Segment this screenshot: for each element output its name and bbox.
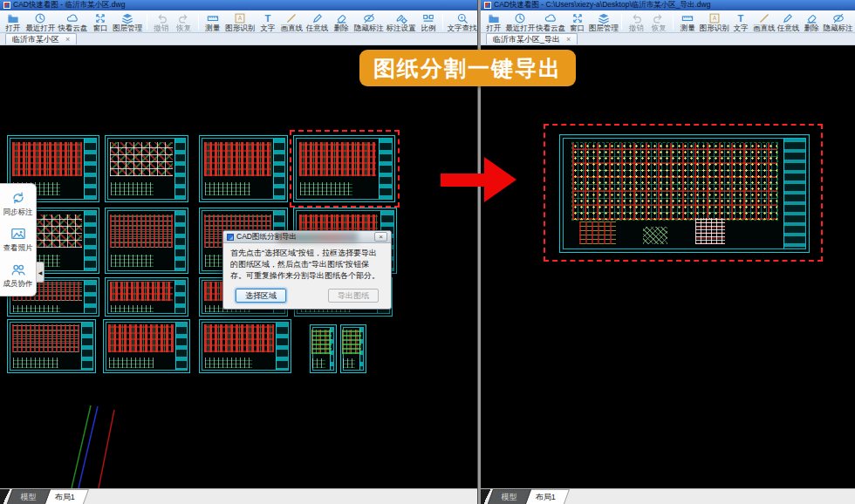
eraser-icon	[805, 12, 817, 24]
toolbar-button-text[interactable]: T文字	[729, 11, 752, 32]
chevron-left-icon: ◀	[38, 269, 43, 276]
toolbar-button-label: 窗口	[92, 24, 107, 32]
toolbar-button-ruler[interactable]: 测量	[202, 11, 224, 32]
toolbar-button-ocr[interactable]: A图形识别	[699, 11, 729, 32]
toolbar-button-layers[interactable]: 图层管理	[112, 11, 144, 32]
toolbar-button-cloud[interactable]: 快看云盘	[536, 11, 566, 32]
collab-side-panel: 同步标注查看照片成员协作	[0, 183, 37, 296]
svg-text:A: A	[238, 15, 243, 21]
ruler-icon	[207, 12, 219, 24]
window-icon	[94, 12, 106, 24]
panel-collapse-handle[interactable]: ◀	[37, 262, 44, 283]
toolbar-button-annot-settings[interactable]: 标注设置	[385, 11, 417, 32]
toolbar-button-label: 测量	[681, 24, 695, 32]
select-region-button[interactable]: 选择区域	[236, 289, 286, 303]
toolbar-button-eraser[interactable]: 删除	[800, 11, 823, 32]
toolbar-button-pencil[interactable]: 任意线	[304, 11, 330, 32]
left-toolbar: 打开最近打开快看云盘窗口图层管理撤销恢复测量A图形识别T文字画直线任意线删除隐藏…	[0, 10, 480, 33]
toolbar-button-label: 比例	[421, 24, 436, 32]
toolbar-button-line[interactable]: 画直线	[752, 11, 776, 32]
toolbar-button-label: 画直线	[281, 24, 304, 32]
toolbar-separator	[198, 14, 199, 30]
dialog-titlebar[interactable]: CAD图纸分割导出 ×	[223, 231, 391, 243]
toolbar-button-clock[interactable]: 最近打开	[505, 11, 536, 32]
toolbar-button-undo: 撤销	[150, 11, 173, 32]
toolbar-button-label: 图层管理	[589, 24, 619, 32]
title-block	[81, 323, 92, 370]
panel-item-people[interactable]: 成员协作	[0, 262, 36, 289]
folder-icon	[488, 12, 500, 24]
photo-icon	[10, 226, 26, 242]
left-bottom-tabbar: 模型布局1	[0, 488, 480, 504]
exported-drawing-sheet	[559, 134, 810, 253]
sheet-art	[311, 330, 331, 354]
toolbar-button-label: 窗口	[570, 24, 585, 32]
right-doc-tab[interactable]: 临沂市某小区_导出 ×	[486, 33, 578, 44]
toolbar-button-folder[interactable]: 打开	[2, 11, 24, 32]
sheet-art	[108, 324, 174, 351]
sheet-art	[110, 215, 173, 248]
ocr-icon: A	[708, 12, 721, 24]
left-doc-tabrow: 临沂市某小区 ×	[0, 33, 480, 45]
toolbar-button-cloud[interactable]: 快看云盘	[57, 11, 89, 32]
close-icon[interactable]: ×	[566, 36, 571, 44]
toolbar-button-window[interactable]: 窗口	[566, 11, 589, 32]
clock-icon	[34, 12, 46, 24]
panel-item-label: 同步标注	[3, 208, 33, 218]
toolbar-button-pencil[interactable]: 任意线	[776, 11, 801, 32]
cloud-icon	[544, 12, 557, 24]
toolbar-button-window[interactable]: 窗口	[89, 11, 112, 32]
left-window-title: CAD快速看图 - 临沂市某小区.dwg	[13, 0, 125, 10]
toolbar-button-ratio[interactable]: 比例	[417, 11, 440, 32]
panel-item-label: 成员协作	[3, 279, 33, 289]
toolbar-separator	[673, 14, 674, 30]
pencil-icon	[311, 12, 324, 24]
layout-tab-模型[interactable]: 模型	[488, 489, 531, 504]
drawing-sheet	[199, 135, 288, 202]
toolbar-button-line[interactable]: 画直线	[279, 11, 304, 32]
toolbar-button-label: 打开	[6, 24, 21, 32]
title-block	[84, 281, 96, 313]
sheet-art	[12, 142, 82, 176]
dialog-title: CAD图纸分割导出	[236, 232, 372, 242]
panel-item-photo[interactable]: 查看照片	[0, 226, 36, 254]
toolbar-button-ruler[interactable]: 测量	[676, 11, 699, 32]
toolbar-button-eye-off[interactable]: 隐藏标注	[352, 11, 385, 32]
dialog-close-icon[interactable]: ×	[374, 232, 387, 242]
toolbar-button-label: 测量	[205, 24, 220, 32]
close-icon[interactable]: ×	[65, 36, 70, 44]
sheet-art	[342, 330, 361, 354]
toolbar-button-ocr[interactable]: A图形识别	[224, 11, 256, 32]
toolbar-button-redo: 恢复	[173, 11, 195, 32]
folder-icon	[7, 12, 19, 24]
drawing-sheet	[105, 208, 188, 274]
toolbar-button-eye-off[interactable]: 隐藏标注	[823, 11, 853, 32]
title-block	[84, 139, 96, 199]
toolbar-button-label: 图形识别	[225, 24, 255, 32]
right-window-title: CAD快速看图 - C:\Users\xiezy-a\Desktop\临沂市某小…	[494, 0, 710, 10]
svg-text:A: A	[713, 15, 717, 21]
undo-icon	[155, 12, 168, 24]
toolbar-button-label: 图形识别	[700, 24, 729, 32]
right-toolbar: 打开最近打开快看云盘窗口图层管理撤销恢复测量A图形识别T文字画直线任意线删除隐藏…	[481, 10, 855, 33]
toolbar-button-label: 隐藏标注	[354, 24, 384, 32]
redo-icon	[178, 12, 190, 24]
toolbar-button-clock[interactable]: 最近打开	[24, 11, 57, 32]
toolbar-button-eraser[interactable]: 删除	[330, 11, 352, 32]
toolbar-button-text[interactable]: T文字	[256, 11, 279, 32]
right-doc-tabrow: 临沂市某小区_导出 ×	[481, 33, 855, 45]
toolbar-button-label: 删除	[334, 24, 349, 32]
toolbar-button-label: 文字	[734, 24, 749, 32]
toolbar-button-folder[interactable]: 打开	[482, 11, 505, 32]
layout-tab-模型[interactable]: 模型	[7, 489, 51, 504]
left-doc-tab[interactable]: 临沂市某小区 ×	[5, 33, 77, 44]
right-drawing-canvas[interactable]	[481, 45, 855, 488]
toolbar-button-label: 任意线	[306, 24, 329, 32]
sync-icon	[10, 190, 26, 206]
toolbar-button-text-search[interactable]: 文字查找	[446, 11, 478, 32]
svg-text:T: T	[264, 12, 270, 23]
eye-off-icon	[832, 12, 845, 24]
toolbar-button-layers[interactable]: 图层管理	[589, 11, 619, 32]
title-block	[783, 139, 805, 249]
panel-item-sync[interactable]: 同步标注	[0, 190, 36, 218]
